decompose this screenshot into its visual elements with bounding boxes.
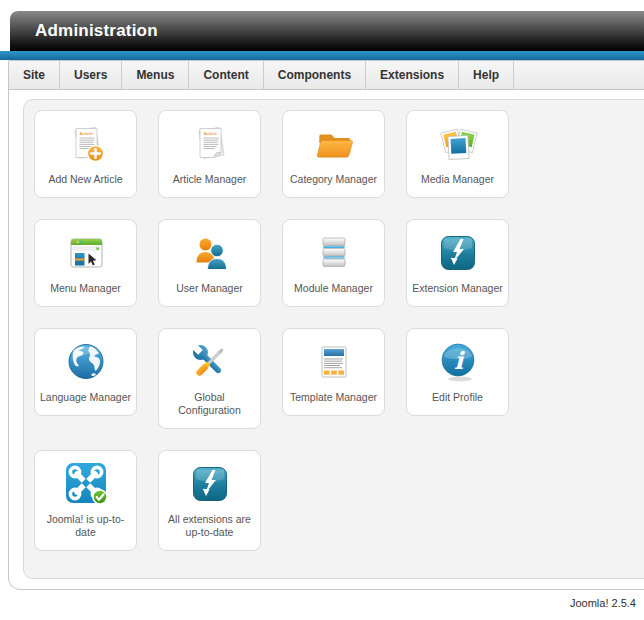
globe-icon — [62, 338, 110, 386]
joomla-check-icon — [62, 460, 110, 508]
template-page-icon — [310, 338, 358, 386]
card-label: Joomla! is up-to-date — [38, 513, 133, 539]
card-label: Menu Manager — [50, 282, 121, 295]
cpanel-button-media-manager[interactable]: Media Manager — [406, 110, 509, 198]
menu-components[interactable]: Components — [264, 61, 366, 89]
card-label: Template Manager — [290, 391, 377, 404]
card-label: Global Configuration — [162, 391, 257, 417]
cpanel-button-extensions-up-to-date[interactable]: All extensions are up-to-date — [158, 450, 261, 551]
cpanel-button-menu-manager[interactable]: Menu Manager — [34, 219, 137, 307]
cpanel-button-category-manager[interactable]: Category Manager — [282, 110, 385, 198]
cpanel-button-edit-profile[interactable]: i Edit Profile — [406, 328, 509, 416]
modules-stack-icon — [310, 229, 358, 277]
card-label: Language Manager — [40, 391, 131, 404]
category-folder-icon — [310, 120, 358, 168]
card-label: Article Manager — [173, 173, 247, 186]
app-header: Administration — [10, 11, 644, 51]
add-article-icon: Article — [62, 120, 110, 168]
cpanel-button-template-manager[interactable]: Template Manager — [282, 328, 385, 416]
card-label: User Manager — [176, 282, 243, 295]
joomla-version-text: Joomla! 2.5.4 — [570, 597, 636, 609]
svg-text:Article: Article — [79, 131, 93, 136]
page-title: Administration — [10, 11, 644, 51]
card-label: Add New Article — [48, 173, 122, 186]
cpanel-button-joomla-up-to-date[interactable]: Joomla! is up-to-date — [34, 450, 137, 551]
tools-icon — [186, 338, 234, 386]
article-manager-icon: Article — [186, 120, 234, 168]
accent-stripe — [0, 51, 644, 60]
menu-window-icon — [62, 229, 110, 277]
menu-site[interactable]: Site — [9, 61, 60, 89]
cpanel-grid: Article Add New Article Article Article … — [34, 110, 512, 551]
extension-lightning-icon — [186, 460, 234, 508]
menu-extensions[interactable]: Extensions — [366, 61, 459, 89]
cpanel-button-module-manager[interactable]: Module Manager — [282, 219, 385, 307]
card-label: Category Manager — [290, 173, 377, 186]
page-container: Site Users Menus Content Components Exte… — [8, 60, 644, 590]
menu-users[interactable]: Users — [60, 61, 122, 89]
info-icon: i — [434, 338, 482, 386]
control-panel: Article Add New Article Article Article … — [23, 99, 644, 579]
svg-text:Article: Article — [203, 131, 217, 136]
menu-content[interactable]: Content — [189, 61, 263, 89]
extension-lightning-icon — [434, 229, 482, 277]
cpanel-button-add-new-article[interactable]: Article Add New Article — [34, 110, 137, 198]
card-label: Extension Manager — [412, 282, 502, 295]
media-photos-icon — [434, 120, 482, 168]
menu-menus[interactable]: Menus — [122, 61, 189, 89]
cpanel-button-global-configuration[interactable]: Global Configuration — [158, 328, 261, 429]
card-label: Module Manager — [294, 282, 373, 295]
users-icon — [186, 229, 234, 277]
cpanel-button-language-manager[interactable]: Language Manager — [34, 328, 137, 416]
cpanel-button-user-manager[interactable]: User Manager — [158, 219, 261, 307]
cpanel-button-extension-manager[interactable]: Extension Manager — [406, 219, 509, 307]
menu-help[interactable]: Help — [459, 61, 514, 89]
admin-menubar: Site Users Menus Content Components Exte… — [9, 61, 644, 90]
card-label: Edit Profile — [432, 391, 483, 404]
cpanel-button-article-manager[interactable]: Article Article Manager — [158, 110, 261, 198]
card-label: All extensions are up-to-date — [162, 513, 257, 539]
card-label: Media Manager — [421, 173, 494, 186]
